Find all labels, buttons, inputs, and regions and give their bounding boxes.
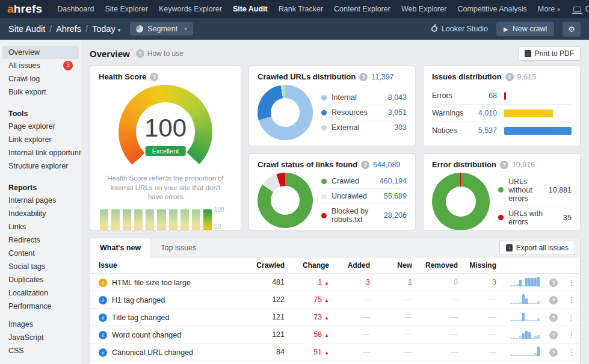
- legend-value[interactable]: 28,206: [384, 211, 407, 220]
- nav-item-site-audit[interactable]: Site Audit: [227, 5, 273, 13]
- date-selector[interactable]: Today▾: [92, 24, 120, 34]
- cell-crawled[interactable]: 110: [251, 361, 289, 364]
- cell-change[interactable]: 51▲: [289, 344, 334, 361]
- sidebar-item-performance[interactable]: Performance: [0, 300, 81, 313]
- cell-crawled[interactable]: 481: [251, 274, 289, 291]
- notice-icon: i: [99, 296, 107, 304]
- issue-link-word-count-changed[interactable]: iWord count changed: [99, 331, 181, 339]
- nav-item-web-explorer[interactable]: Web Explorer: [396, 5, 452, 13]
- sidebar-item-internal-pages[interactable]: Internal pages: [0, 194, 81, 207]
- cell-change[interactable]: 75▲: [289, 291, 334, 309]
- legend-value[interactable]: 3,051: [388, 108, 407, 117]
- cell-new[interactable]: 1: [375, 274, 417, 291]
- help-icon[interactable]: ?: [549, 313, 558, 322]
- sidebar-item-duplicates[interactable]: Duplicates: [0, 273, 81, 286]
- cell-change[interactable]: 58▲: [289, 326, 334, 344]
- sidebar-item-javascript[interactable]: JavaScript: [0, 331, 81, 344]
- breadcrumb-site-audit[interactable]: Site Audit: [8, 24, 45, 34]
- issues-bar-value[interactable]: 68: [470, 91, 497, 100]
- export-all-issues-button[interactable]: ↓ Export all issues: [499, 241, 575, 255]
- kebab-menu-icon[interactable]: ⋮: [567, 278, 575, 287]
- issues-bar-value[interactable]: 5,537: [470, 126, 497, 135]
- crawled-urls-total[interactable]: 11,397: [371, 73, 393, 81]
- sidebar-item-link-explorer[interactable]: Link explorer: [0, 133, 81, 146]
- cell-crawled[interactable]: 121: [251, 326, 289, 344]
- settings-button[interactable]: ⚙: [563, 22, 581, 37]
- legend-value[interactable]: 55,689: [384, 192, 407, 200]
- sidebar-item-social-tags[interactable]: Social tags: [0, 260, 81, 273]
- column-header-crawled[interactable]: Crawled: [251, 258, 289, 274]
- sidebar-item-overview[interactable]: Overview: [2, 46, 79, 59]
- cell-change[interactable]: 1▲: [289, 274, 334, 291]
- nav-item-rank-tracker[interactable]: Rank Tracker: [273, 5, 328, 13]
- sidebar-item-internal-link-opportunities[interactable]: Internal link opportunities: [0, 146, 81, 159]
- issues-bar-value[interactable]: 4,010: [470, 109, 497, 117]
- sidebar-item-css[interactable]: CSS: [0, 344, 81, 357]
- table-row: iTitle tag changed12173▲————?⋮: [90, 309, 580, 326]
- ahrefs-logo[interactable]: ahrefs: [7, 2, 42, 16]
- nav-item-content-explorer[interactable]: Content Explorer: [328, 5, 396, 13]
- looker-studio-link[interactable]: Looker Studio: [431, 25, 488, 33]
- kebab-menu-icon[interactable]: ⋮: [567, 313, 575, 322]
- column-header-added[interactable]: Added: [334, 258, 375, 274]
- nav-item-credits-usage[interactable]: Credits usage▾: [568, 5, 589, 13]
- nav-item-site-explorer[interactable]: Site Explorer: [99, 5, 153, 13]
- help-icon: ?: [136, 49, 144, 58]
- kebab-menu-icon[interactable]: ⋮: [567, 330, 575, 339]
- legend-value[interactable]: 303: [394, 123, 407, 132]
- column-header-issue[interactable]: Issue: [90, 258, 251, 274]
- cell-crawled[interactable]: 121: [251, 309, 289, 326]
- sidebar-item-redirects[interactable]: Redirects: [0, 233, 81, 247]
- new-crawl-button[interactable]: ▶ New crawl: [496, 22, 554, 36]
- crawl-status-total[interactable]: 544,089: [373, 161, 400, 169]
- cell-new: —: [375, 326, 417, 344]
- cell-crawled[interactable]: 122: [251, 291, 289, 309]
- tab-what-s-new[interactable]: What's new: [90, 238, 151, 258]
- cell-new: —: [375, 309, 417, 326]
- sidebar-item-crawl-log[interactable]: Crawl log: [0, 72, 81, 85]
- nav-item-keywords-explorer[interactable]: Keywords Explorer: [153, 5, 227, 13]
- breadcrumb-project[interactable]: Ahrefs: [56, 24, 81, 34]
- segment-button[interactable]: Segment ▾: [130, 22, 193, 35]
- tab-top-issues[interactable]: Top issues: [151, 238, 206, 258]
- print-to-pdf-button[interactable]: ↓ Print to PDF: [518, 46, 581, 61]
- nav-item-more[interactable]: More▾: [532, 5, 566, 13]
- column-header-change[interactable]: Change: [289, 258, 334, 274]
- sidebar-item-content[interactable]: Content: [0, 247, 81, 260]
- help-icon[interactable]: ?: [549, 348, 558, 357]
- sidebar-item-structure-explorer[interactable]: Structure explorer: [0, 159, 81, 173]
- issue-link-html-file-size-too-large[interactable]: iHTML file size too large: [99, 279, 191, 287]
- cell-removed[interactable]: 0: [417, 274, 463, 291]
- sidebar-item-all-issues[interactable]: All issues3: [0, 59, 81, 72]
- sidebar-item-bulk-export[interactable]: Bulk export: [0, 85, 81, 99]
- trend-y-label: 100: [214, 206, 231, 213]
- sidebar-item-page-explorer[interactable]: Page explorer: [0, 120, 81, 133]
- column-header-missing[interactable]: Missing: [463, 258, 501, 274]
- nav-item-dashboard[interactable]: Dashboard: [52, 5, 99, 13]
- issue-link-title-tag-changed[interactable]: iTitle tag changed: [99, 313, 169, 322]
- column-header-new[interactable]: New: [375, 258, 417, 274]
- kebab-menu-icon[interactable]: ⋮: [567, 348, 575, 357]
- cell-crawled[interactable]: 84: [251, 344, 289, 361]
- sidebar-item-localization[interactable]: Localization: [0, 286, 81, 300]
- column-header-removed[interactable]: Removed: [417, 258, 463, 274]
- cell-change[interactable]: 73▲: [289, 309, 334, 326]
- help-icon[interactable]: ?: [549, 279, 558, 287]
- cell-added[interactable]: 3: [334, 274, 375, 291]
- sparkline-bar: [531, 303, 534, 304]
- how-to-use-link[interactable]: ? How to use: [136, 49, 183, 58]
- sparkline-chart: [506, 346, 540, 356]
- sidebar-item-links[interactable]: Links: [0, 220, 81, 233]
- kebab-menu-icon[interactable]: ⋮: [567, 295, 575, 304]
- nav-item-competitive-analysis[interactable]: Competitive Analysis: [452, 5, 532, 13]
- cell-change[interactable]: 38▲: [289, 361, 334, 364]
- issue-link-h1-tag-changed[interactable]: iH1 tag changed: [99, 296, 165, 304]
- sidebar-item-indexability[interactable]: Indexability: [0, 207, 81, 220]
- help-icon[interactable]: ?: [549, 331, 558, 339]
- legend-value[interactable]: 460,194: [380, 177, 407, 185]
- issue-link-canonical-url-changed[interactable]: iCanonical URL changed: [99, 348, 193, 357]
- legend-value[interactable]: 8,043: [388, 93, 407, 102]
- help-icon[interactable]: ?: [549, 296, 558, 304]
- cell-missing[interactable]: 3: [463, 274, 501, 291]
- sidebar-item-images[interactable]: Images: [0, 318, 81, 331]
